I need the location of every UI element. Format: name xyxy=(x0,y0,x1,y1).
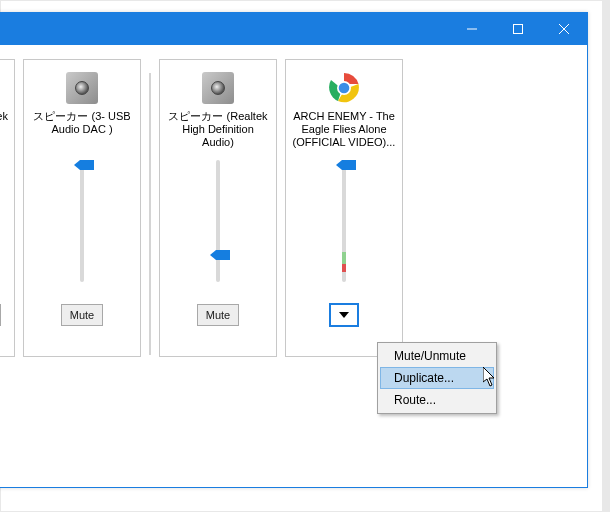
audio-device-tile[interactable]: スピーカー (3- USB Audio DAC )Mute xyxy=(23,59,141,357)
slider-thumb-icon[interactable] xyxy=(342,160,356,170)
menu-item[interactable]: Route... xyxy=(380,389,494,411)
titlebar xyxy=(0,13,587,45)
svg-marker-7 xyxy=(339,312,349,318)
mute-button[interactable]: Mute xyxy=(197,304,239,326)
device-label: スピーカー (Realtek High Definition Audio) xyxy=(160,110,276,152)
audio-device-tile[interactable]: スピーカー (Realtek High Definition Audio)Mut… xyxy=(159,59,277,357)
dropdown-button[interactable] xyxy=(329,303,359,327)
context-menu[interactable]: Mute/UnmuteDuplicate...Route... xyxy=(377,342,497,414)
volume-slider[interactable] xyxy=(202,156,234,286)
audio-device-tile[interactable]: ARCH ENEMY - The Eagle Flies Alone (OFFI… xyxy=(285,59,403,357)
audio-device-tile[interactable]: Digital altek High n Audio)Mute xyxy=(0,59,15,357)
minimize-button[interactable] xyxy=(449,13,495,45)
chrome-icon xyxy=(328,72,360,104)
svg-marker-8 xyxy=(483,367,494,386)
device-label: Digital altek High n Audio) xyxy=(0,110,14,152)
device-label: ARCH ENEMY - The Eagle Flies Alone (OFFI… xyxy=(286,110,402,152)
volume-slider[interactable] xyxy=(328,156,360,286)
svg-rect-1 xyxy=(514,25,523,34)
device-label: スピーカー (3- USB Audio DAC ) xyxy=(24,110,140,152)
speaker-icon xyxy=(202,72,234,104)
menu-item[interactable]: Duplicate... xyxy=(380,367,494,389)
svg-point-6 xyxy=(339,83,350,94)
volume-slider[interactable] xyxy=(66,156,98,286)
slider-thumb-icon[interactable] xyxy=(80,160,94,170)
cursor-icon xyxy=(483,367,497,387)
app-window: Digital altek High n Audio)Muteスピーカー (3-… xyxy=(0,12,588,488)
maximize-button[interactable] xyxy=(495,13,541,45)
menu-item[interactable]: Mute/Unmute xyxy=(380,345,494,367)
mute-button[interactable]: Mute xyxy=(61,304,103,326)
close-button[interactable] xyxy=(541,13,587,45)
chevron-down-icon xyxy=(339,312,349,318)
separator xyxy=(149,73,151,355)
speaker-icon xyxy=(66,72,98,104)
slider-thumb-icon[interactable] xyxy=(216,250,230,260)
mute-button[interactable]: Mute xyxy=(0,304,1,326)
